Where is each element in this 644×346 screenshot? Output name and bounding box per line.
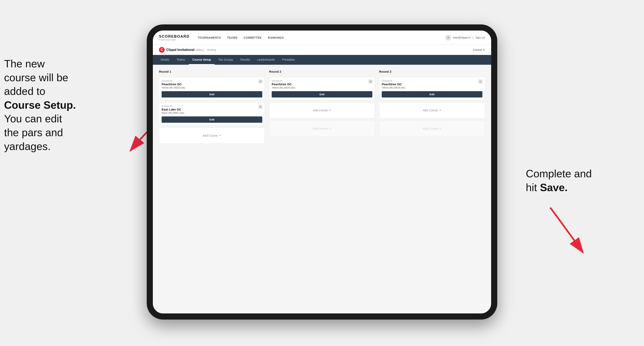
round1-course-a-delete-button[interactable]: ⊟ — [258, 79, 263, 84]
top-nav: SCOREBOARD Powered by clippd TOURNAMENTS… — [153, 30, 491, 45]
round3-course-a-name: Peachtree GC — [382, 82, 482, 86]
round1-course-a-tee: Yellow (M) (6629 yds) — [162, 86, 262, 89]
round1-course-b-name: East Lake GC — [162, 108, 262, 111]
round2-add-course-button-2: Add Course + — [269, 121, 375, 137]
main-content: Round 1 (Course A) Peachtree GC Yellow (… — [153, 65, 491, 314]
logo-area: SCOREBOARD Powered by clippd — [159, 34, 190, 41]
round3-course-a-label: (Course A) — [382, 80, 482, 82]
user-email: blair@clippd.io — [453, 36, 470, 39]
tab-bar: Details Teams Course Setup Tee Groups Re… — [153, 55, 491, 65]
tab-printables[interactable]: Printables — [278, 55, 298, 65]
round2-course-a-label: (Course A) — [272, 80, 372, 82]
round-2-title: Round 2 — [269, 70, 375, 73]
round2-add-course-button[interactable]: Add Course + — [269, 102, 375, 119]
tournament-name: Clippd Invitational — [166, 48, 195, 52]
logo-scoreboard: SCOREBOARD — [159, 34, 190, 39]
tournament-gender: (Men) — [196, 48, 204, 51]
round1-course-b-card: (Course B) East Lake GC Black (M) (6891 … — [159, 102, 265, 125]
tab-results[interactable]: Results — [236, 55, 254, 65]
round2-add-plus-icon: + — [329, 108, 331, 113]
annotation-right: Complete and hit Save. — [526, 167, 632, 194]
round-3-title: Round 3 — [379, 70, 485, 73]
nav-rankings[interactable]: RANKINGS — [268, 35, 284, 40]
tab-details[interactable]: Details — [157, 55, 173, 65]
round-2-column: Round 2 (Course A) Peachtree GC Yellow (… — [269, 70, 375, 144]
nav-links: TOURNAMENTS TEAMS COMMITTEE RANKINGS — [198, 35, 445, 40]
tab-tee-groups[interactable]: Tee Groups — [214, 55, 236, 65]
round3-add-course-button[interactable]: Add Course + — [379, 102, 485, 119]
nav-separator: | — [472, 36, 473, 39]
arrow-right-icon — [542, 203, 607, 261]
round3-add-plus-icon-2: + — [439, 127, 442, 131]
round3-add-plus-icon: + — [439, 108, 442, 113]
round1-course-a-card: (Course A) Peachtree GC Yellow (M) (6629… — [159, 77, 265, 100]
round2-course-a-name: Peachtree GC — [272, 82, 372, 86]
tab-course-setup[interactable]: Course Setup — [189, 55, 214, 65]
rounds-grid: Round 1 (Course A) Peachtree GC Yellow (… — [159, 70, 485, 144]
tab-leaderboards[interactable]: Leaderboards — [254, 55, 278, 65]
round3-add-course-button-2: Add Course + — [379, 121, 485, 137]
round3-course-a-tee: Yellow (M) (6629 yds) — [382, 86, 482, 89]
round-1-title: Round 1 — [159, 70, 265, 73]
round1-course-a-label: (Course A) — [162, 80, 262, 82]
breadcrumb-left: C Clippd Invitational (Men) Hosting — [159, 47, 216, 53]
round3-course-a-delete-button[interactable]: ⊟ — [478, 79, 483, 84]
cancel-x-icon: ✕ — [482, 48, 485, 51]
nav-teams[interactable]: TEAMS — [227, 35, 238, 40]
nav-tournaments[interactable]: TOURNAMENTS — [198, 35, 221, 40]
round2-course-a-tee: Yellow (M) (6629 yds) — [272, 86, 372, 89]
round-1-column: Round 1 (Course A) Peachtree GC Yellow (… — [159, 70, 265, 144]
round2-course-a-delete-button[interactable]: ⊟ — [368, 79, 373, 84]
round1-add-course-button[interactable]: Add Course + — [159, 127, 265, 144]
tablet: SCOREBOARD Powered by clippd TOURNAMENTS… — [147, 24, 497, 320]
user-avatar: ● — [445, 35, 451, 40]
round-3-column: Round 3 (Course A) Peachtree GC Yellow (… — [379, 70, 485, 144]
round1-course-b-delete-button[interactable]: ⊟ — [258, 104, 263, 109]
round1-course-b-label: (Course B) — [162, 105, 262, 107]
round2-course-a-edit-button[interactable]: Edit — [272, 91, 372, 98]
nav-committee[interactable]: COMMITTEE — [244, 35, 262, 40]
round1-course-a-edit-button[interactable]: Edit — [162, 91, 262, 98]
round3-course-a-edit-button[interactable]: Edit — [382, 91, 482, 98]
breadcrumb-bar: C Clippd Invitational (Men) Hosting Canc… — [153, 45, 491, 55]
round1-course-b-edit-button[interactable]: Edit — [162, 116, 262, 123]
add-course-plus-icon: + — [219, 134, 221, 138]
round2-course-a-card: (Course A) Peachtree GC Yellow (M) (6629… — [269, 77, 375, 100]
hosting-badge: Hosting — [207, 48, 216, 51]
round1-course-a-name: Peachtree GC — [162, 82, 262, 86]
nav-right: ● blair@clippd.io | Sign out — [445, 35, 485, 40]
logo-powered: Powered by clippd — [159, 39, 190, 41]
round1-course-b-tee: Black (M) (6891 yds) — [162, 112, 262, 114]
clippd-icon: C — [159, 47, 165, 53]
sign-out-link[interactable]: Sign out — [475, 36, 485, 39]
tab-teams[interactable]: Teams — [173, 55, 189, 65]
round3-course-a-card: (Course A) Peachtree GC Yellow (M) (6629… — [379, 77, 485, 100]
tablet-screen: SCOREBOARD Powered by clippd TOURNAMENTS… — [153, 30, 491, 314]
cancel-button[interactable]: Cancel ✕ — [473, 48, 485, 51]
round2-add-plus-icon-2: + — [329, 127, 331, 131]
